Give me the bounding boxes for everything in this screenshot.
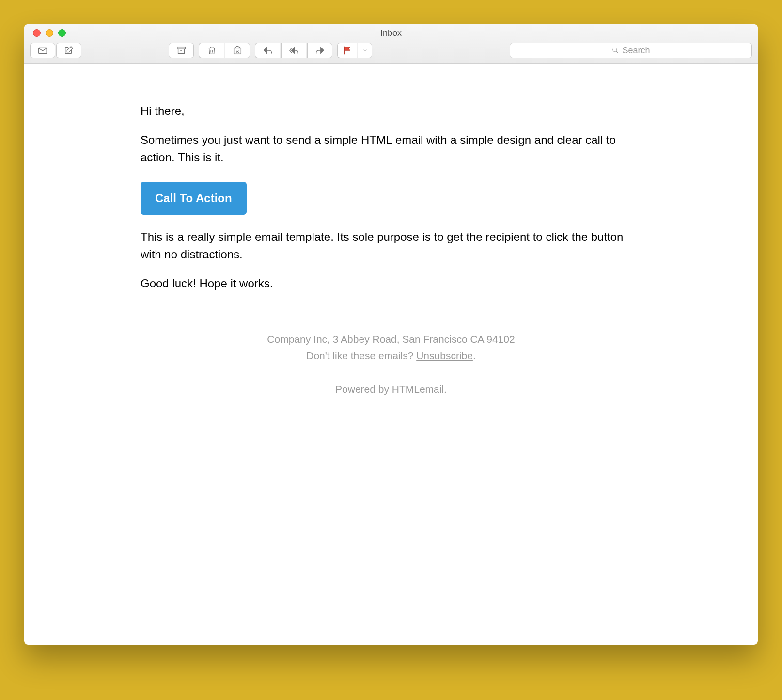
chevron-down-icon: [362, 48, 368, 53]
search-input[interactable]: Search: [510, 43, 752, 58]
delete-button[interactable]: [199, 43, 224, 58]
email-content: Hi there, Sometimes you just want to sen…: [141, 102, 641, 292]
archive-button[interactable]: [169, 43, 194, 58]
svg-rect-1: [177, 47, 186, 49]
forward-button[interactable]: [307, 43, 332, 58]
traffic-lights: [33, 29, 66, 37]
footer-powered: Powered by HTMLemail.: [141, 381, 641, 398]
reply-icon: [263, 45, 273, 56]
junk-button[interactable]: [225, 43, 250, 58]
get-mail-button[interactable]: [30, 43, 55, 58]
search-icon: [611, 47, 619, 54]
flag-dropdown-button[interactable]: [358, 43, 372, 58]
email-closing: Good luck! Hope it works.: [141, 275, 641, 292]
reply-all-icon: [289, 45, 299, 56]
reply-button[interactable]: [255, 43, 280, 58]
svg-rect-5: [234, 48, 241, 54]
compose-icon: [63, 45, 74, 56]
svg-line-7: [616, 51, 618, 53]
envelope-icon: [37, 45, 48, 56]
period: .: [473, 350, 476, 361]
unsubscribe-prompt: Don't like these emails?: [306, 350, 416, 361]
unsubscribe-link[interactable]: Unsubscribe: [416, 350, 473, 361]
toolbar: Search: [30, 43, 752, 63]
search-placeholder: Search: [622, 46, 650, 56]
forward-icon: [314, 45, 325, 56]
titlebar: Inbox: [24, 24, 758, 64]
footer-unsubscribe-line: Don't like these emails? Unsubscribe.: [141, 348, 641, 364]
footer-company: Company Inc, 3 Abbey Road, San Francisco…: [141, 331, 641, 348]
compose-button[interactable]: [56, 43, 81, 58]
svg-point-6: [613, 48, 617, 52]
close-window-button[interactable]: [33, 29, 41, 37]
email-footer: Company Inc, 3 Abbey Road, San Francisco…: [141, 331, 641, 398]
email-intro: Sometimes you just want to send a simple…: [141, 131, 641, 166]
window-title: Inbox: [30, 28, 752, 38]
email-greeting: Hi there,: [141, 102, 641, 120]
minimize-window-button[interactable]: [46, 29, 53, 37]
cta-button[interactable]: Call To Action: [141, 182, 247, 215]
email-body2: This is a really simple email template. …: [141, 228, 641, 263]
archive-icon: [176, 45, 187, 56]
email-body: Hi there, Sometimes you just want to sen…: [24, 64, 758, 417]
flag-button[interactable]: [337, 43, 357, 58]
flag-icon: [342, 45, 353, 56]
reply-all-button[interactable]: [281, 43, 306, 58]
mail-window: Inbox: [24, 24, 758, 645]
trash-icon: [206, 45, 217, 56]
maximize-window-button[interactable]: [58, 29, 66, 37]
junk-icon: [232, 45, 243, 56]
